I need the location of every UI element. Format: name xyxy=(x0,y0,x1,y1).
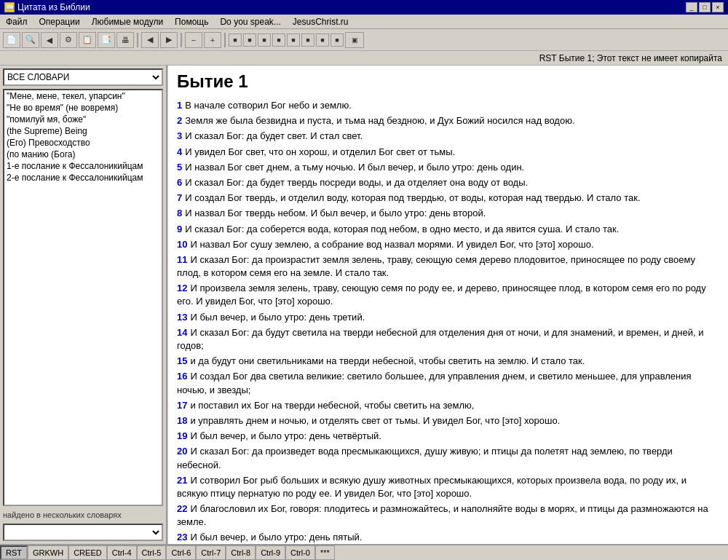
toolbar-back-button[interactable]: ◄ xyxy=(41,32,58,48)
menu-operations[interactable]: Операции xyxy=(36,16,83,28)
verse-number[interactable]: 11 xyxy=(177,254,187,265)
verse-row: 11И сказал Бог: да произрастит земля зел… xyxy=(177,253,719,280)
found-label: найдено в нескольких словарях xyxy=(3,509,163,521)
toolbar-minus-button[interactable]: − xyxy=(185,32,202,48)
toolbar-prev-button[interactable]: ◀ xyxy=(141,32,159,48)
toolbar-separator-2 xyxy=(181,33,182,47)
verse-number[interactable]: 9 xyxy=(177,224,182,234)
verse-row: 15и да будут они светильниками на тверди… xyxy=(177,355,719,368)
verse-row: 23И был вечер, и было утро: день пятый. xyxy=(177,531,719,544)
bible-text-panel[interactable]: Бытие 1 1В начале сотворил Бог небо и зе… xyxy=(167,66,728,544)
verse-number[interactable]: 4 xyxy=(177,146,182,157)
dict-list-item[interactable]: "Мене, мене, текел, упарсин" xyxy=(4,90,162,102)
dict-list-item[interactable]: (Его) Превосходство xyxy=(4,137,162,149)
toolbar-func6-button[interactable]: ■ xyxy=(301,33,314,47)
verse-number[interactable]: 12 xyxy=(177,283,187,293)
verse-number[interactable]: 3 xyxy=(177,130,182,141)
verse-row: 10И назвал Бог сушу землею, а собрание в… xyxy=(177,238,719,251)
verse-number[interactable]: 1 xyxy=(177,100,182,111)
verse-row: 14И сказал Бог: да будут светила на твер… xyxy=(177,326,719,352)
verse-number[interactable]: 15 xyxy=(177,355,187,366)
verse-number[interactable]: 23 xyxy=(177,532,187,543)
toolbar-separator-3 xyxy=(224,33,226,47)
window-title: Цитата из Библии xyxy=(17,2,90,12)
verse-row: 12И произвела земля зелень, траву, сеющу… xyxy=(177,282,719,308)
verse-number[interactable]: 6 xyxy=(177,177,182,188)
verse-number[interactable]: 20 xyxy=(177,446,187,457)
verse-row: 17и поставил их Бог на тверди небесной, … xyxy=(177,399,719,412)
verse-row: 4И увидел Бог свет, что он хорош, и отде… xyxy=(177,146,719,159)
dict-list-item[interactable]: 1-е послание к Фессалоникийцам xyxy=(4,160,162,172)
toolbar: 📄 🔍 ◄ ⚙ 📋 📑 🖶 ◀ ▶ − + ■ ■ ■ ■ ■ ■ ■ ■ ▣ xyxy=(0,29,728,51)
status-ctrl0-button[interactable]: Ctrl-0 xyxy=(285,545,315,560)
verse-number[interactable]: 21 xyxy=(177,475,187,486)
verse-row: 3И сказал Бог: да будет свет. И стал све… xyxy=(177,130,719,143)
search-select[interactable] xyxy=(3,524,163,541)
status-more-button[interactable]: *** xyxy=(315,545,335,560)
verse-row: 21И сотворил Бог рыб больших и всякую ду… xyxy=(177,474,719,500)
app-icon: 📖 xyxy=(4,2,15,12)
maximize-button[interactable]: □ xyxy=(699,2,711,12)
dict-list-item[interactable]: "помилуй мя, боже" xyxy=(4,114,162,125)
toolbar-func3-button[interactable]: ■ xyxy=(258,33,271,47)
toolbar-print-button[interactable]: 🖶 xyxy=(116,32,134,48)
dict-list-item[interactable]: (the Supreme) Being xyxy=(4,125,162,137)
toolbar-next-button[interactable]: ▶ xyxy=(160,32,178,48)
toolbar-func4-button[interactable]: ■ xyxy=(272,33,285,47)
toolbar-plus-button[interactable]: + xyxy=(204,32,221,48)
left-panel: ВСЕ СЛОВАРИ "Мене, мене, текел, упарсин"… xyxy=(0,66,167,544)
verse-number[interactable]: 18 xyxy=(177,415,187,426)
verse-number[interactable]: 13 xyxy=(177,312,187,323)
verse-number[interactable]: 14 xyxy=(177,327,187,338)
dict-list-item[interactable]: "Не во время" (не вовремя) xyxy=(4,102,162,114)
toolbar-func5-button[interactable]: ■ xyxy=(287,33,300,47)
status-ctrl6-button[interactable]: Ctrl-6 xyxy=(166,545,196,560)
info-bar: RST Бытие 1; Этот текст не имеет копирай… xyxy=(0,51,728,66)
verse-number[interactable]: 17 xyxy=(177,400,187,411)
status-ctrl7-button[interactable]: Ctrl-7 xyxy=(196,545,226,560)
status-ctrl5-button[interactable]: Ctrl-5 xyxy=(137,545,167,560)
toolbar-paste-button[interactable]: 📑 xyxy=(98,32,115,48)
verse-number[interactable]: 10 xyxy=(177,239,187,250)
dict-list-item[interactable]: 2-е послание к Фессалоникийцам xyxy=(4,172,162,184)
verse-number[interactable]: 22 xyxy=(177,503,187,514)
status-rst-button[interactable]: RST xyxy=(0,545,28,560)
toolbar-new-button[interactable]: 📄 xyxy=(3,32,20,48)
verse-number[interactable]: 2 xyxy=(177,115,182,126)
toolbar-settings-button[interactable]: ⚙ xyxy=(60,32,77,48)
chapter-title: Бытие 1 xyxy=(177,71,719,92)
status-ctrl8-button[interactable]: Ctrl-8 xyxy=(226,545,256,560)
verse-number[interactable]: 19 xyxy=(177,430,187,441)
menu-site[interactable]: JesusChrist.ru xyxy=(290,16,352,28)
minimize-button[interactable]: _ xyxy=(686,2,697,12)
dict-list-item[interactable]: (по манию (Бога) xyxy=(4,149,162,160)
toolbar-func1-button[interactable]: ■ xyxy=(229,33,242,47)
toolbar-separator-1 xyxy=(137,33,138,47)
menu-language[interactable]: Do you speak... xyxy=(217,16,283,28)
status-ctrl9-button[interactable]: Ctrl-9 xyxy=(256,545,285,560)
verse-number[interactable]: 16 xyxy=(177,371,187,382)
menu-help[interactable]: Помощь xyxy=(172,16,211,28)
verse-row: 18и управлять днем и ночью, и отделять с… xyxy=(177,414,719,427)
menu-favorites[interactable]: Любимые модули xyxy=(89,16,166,28)
status-grkwh-button[interactable]: GRKWH xyxy=(28,545,68,560)
menu-file[interactable]: Файл xyxy=(3,16,31,28)
toolbar-search-button[interactable]: 🔍 xyxy=(22,32,39,48)
verse-row: 16И создал Бог два светила великие: свет… xyxy=(177,370,719,396)
verse-number[interactable]: 8 xyxy=(177,208,182,218)
verse-number[interactable]: 7 xyxy=(177,192,182,203)
verse-row: 1В начале сотворил Бог небо и землю. xyxy=(177,99,719,112)
verse-row: 9И сказал Бог: да соберется вода, котора… xyxy=(177,223,719,236)
info-text: RST Бытие 1; Этот текст не имеет копирай… xyxy=(539,53,722,63)
toolbar-func9-button[interactable]: ▣ xyxy=(345,32,364,48)
status-ctrl4-button[interactable]: Ctrl-4 xyxy=(107,545,137,560)
dictionary-select[interactable]: ВСЕ СЛОВАРИ xyxy=(3,68,163,86)
toolbar-func7-button[interactable]: ■ xyxy=(316,33,329,47)
close-button[interactable]: × xyxy=(712,2,724,12)
toolbar-func2-button[interactable]: ■ xyxy=(243,33,256,47)
verse-number[interactable]: 5 xyxy=(177,162,182,173)
toolbar-func8-button[interactable]: ■ xyxy=(331,33,344,47)
verse-row: 19И был вечер, и было утро: день четвёрт… xyxy=(177,430,719,443)
toolbar-copy-button[interactable]: 📋 xyxy=(79,32,96,48)
status-creed-button[interactable]: CREED xyxy=(68,545,107,560)
